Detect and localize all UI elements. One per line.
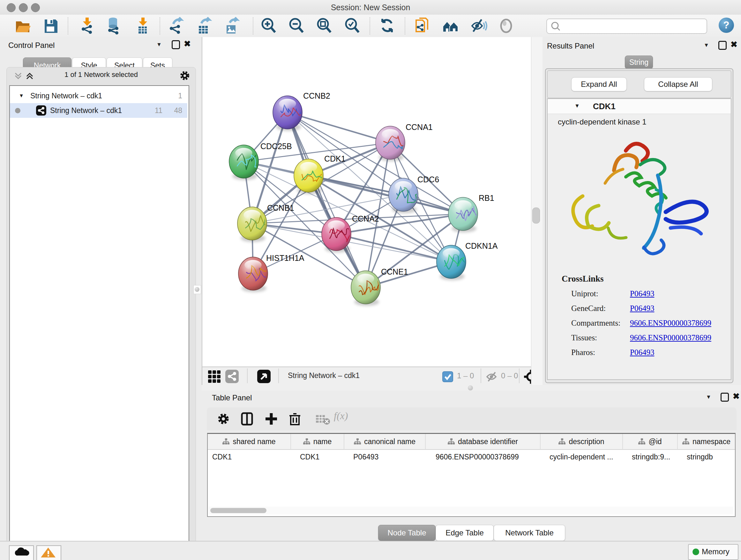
save-session-icon[interactable]: [42, 17, 59, 35]
network-row-selected[interactable]: String Network – cdk1 11 48: [10, 103, 187, 118]
copy-network-icon[interactable]: [414, 17, 431, 35]
collapse-all-button[interactable]: Collapse All: [644, 77, 712, 91]
node-label: CCNA2: [352, 214, 379, 223]
search-input[interactable]: [562, 20, 701, 30]
import-table-icon[interactable]: [134, 17, 151, 35]
export-table-icon[interactable]: [195, 17, 212, 35]
panel-float-icon[interactable]: [718, 41, 727, 50]
network-node-CDC6[interactable]: CDC6: [389, 175, 439, 213]
table-cell[interactable]: stringdb:9...: [627, 450, 682, 464]
left-splitter-handle[interactable]: [193, 285, 201, 294]
panel-float-icon[interactable]: [172, 40, 180, 49]
node-label: RB1: [479, 193, 494, 202]
home-icon[interactable]: [442, 17, 459, 35]
protein-structure-image: [560, 132, 718, 266]
network-node-CCNA2[interactable]: CCNA2: [322, 214, 379, 253]
crosslink-compartments[interactable]: 9606.ENSP00000378699: [630, 319, 711, 327]
search-field[interactable]: [546, 18, 707, 34]
network-node-CCNB1[interactable]: CCNB1: [238, 203, 294, 242]
table-cell[interactable]: CDK1: [295, 450, 348, 464]
column-header-id[interactable]: @id: [623, 434, 678, 450]
right-splitter-handle[interactable]: [532, 207, 540, 224]
column-header-name[interactable]: name: [291, 434, 344, 450]
export-image-icon[interactable]: [223, 17, 240, 35]
network-canvas[interactable]: CCNB2CCNA1CDC25BCDK1CDC6RB1CCNB1CCNA2CDK…: [202, 37, 531, 367]
network-graph[interactable]: CCNB2CCNA1CDC25BCDK1CDC6RB1CCNB1CCNA2CDK…: [202, 37, 531, 367]
scrollbar-thumb[interactable]: [210, 508, 266, 513]
column-header-shared-name[interactable]: shared name: [208, 434, 291, 450]
network-node-CDK1[interactable]: CDK1: [294, 154, 346, 194]
column-header-namespace[interactable]: namespace: [678, 434, 735, 450]
tab-string[interactable]: String: [625, 56, 653, 69]
window-title: Session: New Session: [0, 3, 741, 12]
panel-close-icon[interactable]: ✖: [731, 40, 738, 50]
panel-close-icon[interactable]: ✖: [184, 39, 191, 49]
network-options-gear-icon[interactable]: [179, 70, 191, 83]
node-section-header[interactable]: ▼ CDK1: [548, 99, 731, 114]
panel-close-icon[interactable]: ✖: [733, 391, 740, 401]
crosslink-tissues[interactable]: 9606.ENSP00000378699: [630, 333, 711, 342]
import-database-icon[interactable]: [105, 17, 122, 35]
table-cell[interactable]: stringdb: [682, 450, 738, 464]
panel-collapse-icon[interactable]: ▼: [704, 42, 709, 49]
network-collection-row[interactable]: ▼ String Network – cdk1 1: [10, 88, 187, 103]
column-header-database-identifier[interactable]: database identifier: [426, 434, 541, 450]
toolbar-separator: [519, 368, 520, 383]
selected-checkbox-icon[interactable]: [442, 371, 453, 382]
expand-all-button[interactable]: Expand All: [571, 77, 627, 91]
export-network-icon[interactable]: [167, 17, 184, 35]
column-header-description[interactable]: description: [541, 434, 623, 450]
open-in-window-icon[interactable]: [257, 370, 271, 383]
column-header-canonical-name[interactable]: canonical name: [344, 434, 426, 450]
zoom-selected-icon[interactable]: [343, 17, 360, 35]
network-node-CCNE1[interactable]: CCNE1: [351, 267, 408, 306]
import-network-icon[interactable]: [78, 17, 95, 35]
crosslink-uniprot[interactable]: P06493: [630, 289, 654, 298]
zoom-out-icon[interactable]: [287, 17, 305, 35]
network-node-CDKN1A[interactable]: CDKN1A: [436, 241, 498, 280]
table-cell[interactable]: CDK1: [208, 450, 290, 464]
table-cell[interactable]: cyclin-dependent ...: [545, 450, 627, 464]
columns-icon[interactable]: [240, 412, 254, 427]
network-edge[interactable]: [287, 112, 390, 143]
add-column-icon[interactable]: [264, 412, 278, 427]
table-horizontal-scrollbar[interactable]: [208, 507, 733, 514]
network-node-HIST1H1A[interactable]: HIST1H1A: [239, 253, 305, 292]
help-icon[interactable]: ?: [719, 17, 734, 33]
crosslink-genecard[interactable]: P06493: [630, 304, 654, 313]
hide-selected-eye-slash-icon[interactable]: [470, 17, 487, 35]
tab-network-table[interactable]: Network Table: [494, 525, 565, 541]
show-all-eye-icon[interactable]: [498, 17, 515, 35]
refresh-icon[interactable]: [379, 17, 396, 35]
node-description: cyclin-dependent kinase 1: [558, 118, 647, 126]
zoom-in-icon[interactable]: [260, 17, 277, 35]
grid-view-icon[interactable]: [207, 370, 221, 385]
panel-float-icon[interactable]: [721, 393, 729, 401]
memory-button[interactable]: Memory: [688, 544, 738, 560]
tree-expand-icon[interactable]: ▼: [19, 88, 24, 103]
results-panel-title: Results Panel: [547, 42, 594, 51]
network-node-RB1[interactable]: RB1: [448, 193, 494, 233]
zoom-fit-icon[interactable]: [315, 17, 333, 35]
panel-collapse-icon[interactable]: ▼: [156, 42, 162, 48]
panel-collapse-icon[interactable]: ▼: [706, 394, 711, 400]
gear-icon[interactable]: [216, 412, 230, 427]
section-collapse-icon[interactable]: ▼: [575, 103, 580, 109]
delete-table-icon[interactable]: [315, 413, 331, 427]
memory-label: Memory: [702, 547, 730, 556]
warning-button[interactable]: [37, 545, 61, 560]
open-session-icon[interactable]: [14, 17, 31, 35]
crosslink-pharos[interactable]: P06493: [630, 348, 654, 357]
table-cell[interactable]: P06493: [349, 450, 429, 464]
string-view-icon[interactable]: [225, 370, 239, 383]
node-label: CDC25B: [260, 142, 292, 151]
cloud-button[interactable]: [9, 545, 34, 560]
delete-column-icon[interactable]: [288, 412, 302, 427]
horizontal-splitter-handle[interactable]: [468, 385, 473, 390]
table-cell[interactable]: 9606.ENSP00000378699: [431, 450, 545, 464]
tab-node-table[interactable]: Node Table: [378, 525, 435, 541]
results-buttons-box: Expand All Collapse All: [547, 70, 731, 98]
tab-edge-table[interactable]: Edge Table: [435, 525, 494, 541]
control-panel-title: Control Panel: [8, 41, 55, 50]
network-view-title: String Network – cdk1: [288, 371, 360, 380]
